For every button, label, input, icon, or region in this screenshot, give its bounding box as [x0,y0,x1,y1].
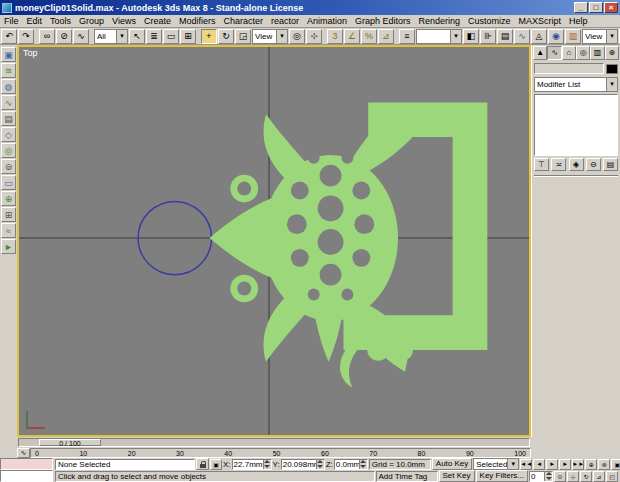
chevron-down-icon[interactable]: ▾ [276,30,287,43]
reactor-rope-collection-button[interactable]: ∿ [1,95,16,110]
bind-to-space-warp-button[interactable]: ∿ [73,29,89,44]
use-pivot-point-center-button[interactable]: ◎ [289,29,305,44]
menu-customize[interactable]: Customize [464,16,515,26]
tab-create[interactable]: ▲ [533,46,547,60]
curve-editor-button[interactable]: ∿ [514,29,530,44]
mini-listener-macro-row[interactable] [0,458,53,470]
min-max-toggle-button[interactable]: ◰ [606,471,618,482]
x-spinner[interactable] [263,460,271,469]
redo-button[interactable]: ↷ [18,29,34,44]
select-by-name-button[interactable]: ≣ [146,29,162,44]
tab-hierarchy[interactable]: ⌂ [562,46,576,60]
menu-views[interactable]: Views [108,16,140,26]
chevron-down-icon[interactable]: ▾ [606,30,617,43]
zoom-all-button[interactable]: ⊛ [598,459,610,470]
maximize-button[interactable]: □ [589,2,603,13]
zoom-button[interactable]: ⊕ [585,459,597,470]
object-name-field[interactable] [534,63,604,74]
set-key-button[interactable]: Set Key [439,470,475,482]
key-selection-dropdown[interactable]: Selected ▾ [473,458,519,470]
menu-rendering[interactable]: Rendering [415,16,465,26]
tab-motion[interactable]: ◎ [576,46,590,60]
align-button[interactable]: ⊪ [480,29,496,44]
snap-toggle-3d-button[interactable]: 3 [327,29,343,44]
y-coordinate-field[interactable]: 20.098mm [281,459,325,470]
viewport-canvas[interactable] [19,47,529,435]
reactor-soft-body-collection-button[interactable]: ◍ [1,79,16,94]
reactor-cloth-collection-button[interactable]: ≋ [1,63,16,78]
show-end-result-button[interactable]: ≍ [551,158,566,171]
chevron-down-icon[interactable]: ▾ [507,459,518,469]
minimize-button[interactable]: _ [574,2,588,13]
reactor-rigid-body-collection-button[interactable]: ▣ [1,47,16,62]
track-bar-ruler[interactable]: 0102030405060708090100 [30,448,531,458]
add-time-tag-field[interactable]: Add Time Tag [376,471,438,482]
select-and-rotate-button[interactable]: ↻ [218,29,234,44]
tab-modify[interactable]: ∿ [547,46,561,60]
menu-modifiers[interactable]: Modifiers [175,16,220,26]
reactor-preview-animation-button[interactable]: ► [1,239,16,254]
spinner-snap-toggle[interactable]: ⊿ [378,29,394,44]
menu-maxscript[interactable]: MAXScript [515,16,566,26]
select-and-move-button[interactable]: + [201,29,217,44]
previous-frame-button[interactable]: ◄ [533,459,545,470]
menu-animation[interactable]: Animation [303,16,351,26]
menu-help[interactable]: Help [565,16,592,26]
edit-named-selection-sets-button[interactable]: ≡ [399,29,415,44]
selection-filter-dropdown[interactable]: All▾ [94,29,128,44]
select-and-link-button[interactable]: ∞ [39,29,55,44]
z-spinner[interactable] [359,460,367,469]
zoom-extents-button[interactable]: ▣ [611,459,620,470]
unlink-selection-button[interactable]: ⊘ [56,29,72,44]
current-frame-field[interactable]: 0 [529,471,553,482]
menu-character[interactable]: Character [219,16,267,26]
y-spinner[interactable] [316,460,324,469]
select-and-manipulate-button[interactable]: ⊹ [306,29,322,44]
object-color-swatch[interactable] [606,64,618,74]
render-scene-button[interactable]: ▥ [565,29,581,44]
make-unique-button[interactable]: ◈ [569,158,584,171]
mini-listener-script-row[interactable] [0,470,53,482]
chevron-down-icon[interactable]: ▾ [116,30,127,43]
reactor-deforming-mesh-collection-button[interactable]: ▤ [1,111,16,126]
window-crossing-toggle[interactable]: ⊞ [180,29,196,44]
viewport-top[interactable]: Top [17,45,531,437]
configure-modifier-sets-button[interactable]: ▤ [603,158,618,171]
reactor-create-plane-button[interactable]: ▭ [1,175,16,190]
menu-reactor[interactable]: reactor [267,16,303,26]
angle-snap-toggle[interactable]: ∠ [344,29,360,44]
select-and-scale-button[interactable]: ◲ [235,29,251,44]
remove-modifier-button[interactable]: ⊖ [586,158,601,171]
menu-group[interactable]: Group [75,16,108,26]
percent-snap-toggle[interactable]: % [361,29,377,44]
frame-spinner[interactable] [544,472,552,481]
money-clip-object[interactable] [210,102,488,387]
reactor-create-toy-car-button[interactable]: ⊞ [1,207,16,222]
reference-coordinate-system-dropdown[interactable]: View▾ [252,29,288,44]
open-mini-curve-editor-button[interactable]: ∿ [17,448,30,458]
close-button[interactable]: × [604,2,618,13]
named-selection-sets-dropdown[interactable]: ▾ [416,29,462,44]
viewport-label[interactable]: Top [23,48,38,58]
menu-edit[interactable]: Edit [23,16,47,26]
menu-graph-editors[interactable]: Graph Editors [351,16,415,26]
absolute-offset-mode-toggle[interactable]: ▣ [210,459,222,470]
modifier-list-dropdown[interactable]: Modifier List ▾ [534,77,618,92]
go-to-end-button[interactable]: ►► [572,459,584,470]
modifier-stack-list[interactable] [534,94,618,156]
menu-file[interactable]: File [0,16,23,26]
layer-manager-button[interactable]: ▤ [497,29,513,44]
x-coordinate-field[interactable]: 22.7mm [232,459,272,470]
arc-rotate-button[interactable]: ↻ [580,471,592,482]
key-mode-toggle[interactable]: ⊙ [554,471,566,482]
reactor-create-wind-button[interactable]: ≈ [1,223,16,238]
undo-button[interactable]: ↶ [1,29,17,44]
field-of-view-button[interactable]: ⊿ [593,471,605,482]
play-animation-button[interactable]: ► [546,459,558,470]
auto-key-toggle[interactable]: Auto Key [432,458,472,470]
selection-lock-toggle[interactable] [196,458,209,470]
chevron-down-icon[interactable]: ▾ [450,30,461,43]
select-object-button[interactable]: ↖ [129,29,145,44]
time-slider-track[interactable]: 0 / 100 [18,438,530,447]
maxscript-mini-listener[interactable] [0,458,53,482]
